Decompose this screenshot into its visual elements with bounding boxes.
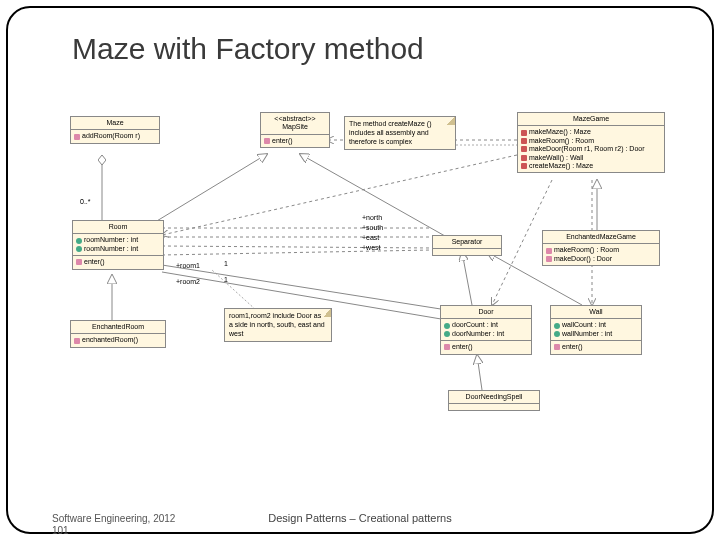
stereotype: <<abstract>>	[264, 115, 326, 123]
visibility-icon	[521, 138, 527, 144]
note-roomincludes: room1,room2 include Door as a side in no…	[224, 308, 332, 342]
visibility-icon	[76, 238, 82, 244]
class-room: Room roomNumber : int roomNumber : int e…	[72, 220, 164, 270]
mult-one-b: 1	[224, 276, 228, 283]
svg-line-15	[462, 252, 472, 305]
visibility-icon	[554, 331, 560, 337]
visibility-icon	[546, 256, 552, 262]
class-door: Door doorCount : int doorNumber : int en…	[440, 305, 532, 355]
class-maze: Maze addRoom(Room r)	[70, 116, 160, 144]
class-name: MazeGame	[518, 113, 664, 126]
visibility-icon	[74, 134, 80, 140]
class-name: DoorNeedingSpell	[449, 391, 539, 404]
class-name: Room	[73, 221, 163, 234]
class-mazegame: MazeGame makeMaze() : Maze makeRoom() : …	[517, 112, 665, 173]
footer-slidenum: 101	[52, 525, 69, 536]
visibility-icon	[76, 246, 82, 252]
visibility-icon	[76, 259, 82, 265]
visibility-icon	[444, 344, 450, 350]
class-enchantedroom: EnchantedRoom enchantedRoom()	[70, 320, 166, 348]
class-name: EnchantedMazeGame	[543, 231, 659, 244]
mult-one-a: 1	[224, 260, 228, 267]
uml-diagram: Maze addRoom(Room r) <<abstract>> MapSit…	[52, 110, 672, 430]
svg-line-13	[162, 265, 447, 310]
assoc-room1: +room1	[176, 262, 200, 269]
visibility-icon	[521, 163, 527, 169]
svg-line-4	[162, 155, 517, 235]
svg-line-17	[477, 355, 482, 390]
class-name: Separator	[433, 236, 501, 249]
visibility-icon	[444, 323, 450, 329]
visibility-icon	[521, 155, 527, 161]
class-name: EnchantedRoom	[71, 321, 165, 334]
assoc-south: +south	[362, 224, 383, 231]
footer-center: Design Patterns – Creational patterns	[0, 512, 720, 524]
class-doorneedingspell: DoorNeedingSpell	[448, 390, 540, 411]
class-separator: Separator	[432, 235, 502, 256]
class-mapsite: <<abstract>> MapSite enter()	[260, 112, 330, 148]
class-name: Maze	[71, 117, 159, 130]
class-wall: Wall wallCount : int wallNumber : int en…	[550, 305, 642, 355]
visibility-icon	[521, 146, 527, 152]
class-name: MapSite	[264, 123, 326, 131]
assoc-room2: +room2	[176, 278, 200, 285]
visibility-icon	[74, 338, 80, 344]
assoc-east: +east	[362, 234, 379, 241]
visibility-icon	[521, 130, 527, 136]
multiplicity-label: 0..*	[80, 198, 91, 205]
assoc-west: +west	[362, 244, 380, 251]
class-name: Wall	[551, 306, 641, 319]
assoc-north: +north	[362, 214, 382, 221]
svg-line-11	[162, 246, 432, 248]
note-createmaze: The method createMaze () includes all as…	[344, 116, 456, 150]
class-name: Door	[441, 306, 531, 319]
visibility-icon	[554, 323, 560, 329]
visibility-icon	[264, 138, 270, 144]
visibility-icon	[444, 331, 450, 337]
class-enchantedmazegame: EnchantedMazeGame makeRoom() : Room make…	[542, 230, 660, 266]
svg-line-1	[142, 154, 267, 230]
slide-title: Maze with Factory method	[72, 32, 424, 66]
visibility-icon	[554, 344, 560, 350]
svg-line-12	[162, 250, 432, 255]
visibility-icon	[546, 248, 552, 254]
